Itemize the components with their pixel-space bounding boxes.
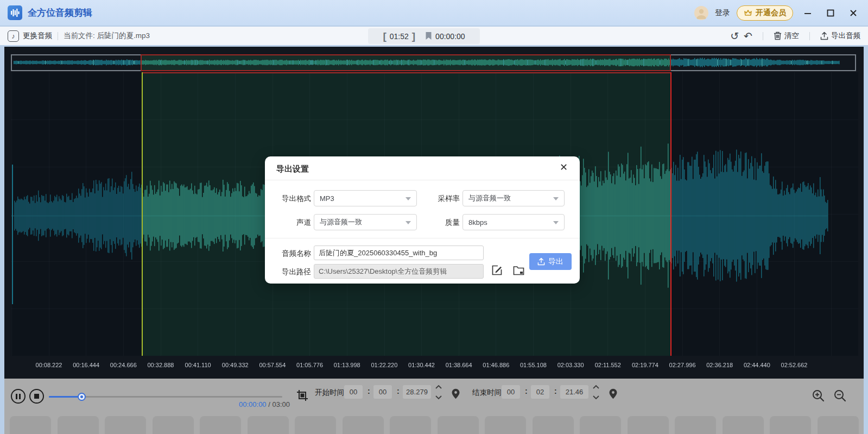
timeline-label: 02:19.774 [632,362,658,368]
quality-value: 8kbps [468,218,487,227]
start-time-label: 开始时间 [315,388,344,398]
timeline-label: 02:52.662 [781,362,808,368]
stop-button[interactable] [29,389,44,404]
format-dropdown[interactable]: MP3 [314,190,417,206]
title-bar: 全方位音频剪辑 登录 开通会员 [0,0,868,26]
quality-dropdown[interactable]: 8kbps [462,214,565,230]
preset-box[interactable] [153,416,194,434]
colon: : [397,387,400,395]
minimize-button[interactable] [800,5,816,21]
export-button-label: 导出 [548,257,563,267]
start-pin-icon[interactable] [451,388,460,399]
divider [809,32,810,40]
quality-label: 质量 [425,218,460,228]
divider [763,32,763,40]
seek-handle[interactable] [78,393,86,401]
timeline-label: 00:08.222 [36,362,62,368]
undo-icon[interactable]: ↺ [730,31,739,41]
seek-fill [49,396,81,398]
zoom-in-icon[interactable] [812,389,825,402]
change-audio-button[interactable]: ♪ 更换音频 [8,30,52,42]
timeline-label: 00:32.888 [147,362,174,368]
marker-time: 00:00:00 [435,32,465,41]
avatar[interactable] [694,6,708,20]
timeline-label: 00:57.554 [259,362,286,368]
export-path-input[interactable] [314,264,484,279]
channel-dropdown[interactable]: 与源音频一致 [314,214,417,230]
trash-icon [774,32,782,40]
clear-button[interactable]: 清空 [774,31,799,41]
preset-box[interactable] [248,416,289,434]
preset-box[interactable] [58,416,99,434]
preset-box[interactable] [485,416,526,434]
dialog-close-icon[interactable]: ✕ [560,162,568,172]
minimap-selection-box[interactable] [141,54,671,71]
preset-box[interactable] [628,416,669,434]
preset-box[interactable] [10,416,51,434]
zoom-out-icon[interactable] [834,389,846,402]
preset-box[interactable] [295,416,336,434]
audio-name-input[interactable] [314,246,484,260]
redo-icon[interactable]: ↶ [744,31,752,41]
login-button[interactable]: 登录 [715,8,730,18]
format-label: 导出格式 [268,194,311,204]
end-pin-icon[interactable] [609,388,618,399]
export-confirm-button[interactable]: 导出 [529,253,572,270]
bracket-right-icon: ] [412,31,415,41]
end-hour-field[interactable]: 00 [502,385,520,399]
open-folder-icon[interactable] [513,265,524,275]
preset-box[interactable] [770,416,811,434]
app-logo-icon [8,5,22,20]
preset-box[interactable] [818,416,859,434]
colon: : [525,387,528,395]
trim-icon[interactable] [296,389,308,401]
timeline-label: 01:30.442 [408,362,435,368]
chevron-down-icon [406,221,411,224]
preset-box[interactable] [723,416,764,434]
timeline-label: 01:55.108 [520,362,547,368]
timeline-label: 02:03.330 [557,362,584,368]
start-time-stepper[interactable] [434,385,443,400]
end-second-field[interactable]: 21.46 [560,385,588,399]
pause-button[interactable] [11,389,26,404]
app-title: 全方位音频剪辑 [28,7,92,19]
divider [265,238,580,238]
timeline-label: 02:27.996 [669,362,696,368]
vip-button[interactable]: 开通会员 [737,5,793,21]
preset-box[interactable] [343,416,384,434]
preset-box[interactable] [580,416,621,434]
close-button[interactable] [845,5,861,21]
upload-icon [537,257,545,266]
preset-box[interactable] [105,416,146,434]
preset-box[interactable] [533,416,574,434]
current-file-label: 当前文件: 后陡门的夏.mp3 [64,31,150,41]
samplerate-dropdown[interactable]: 与源音频一致 [462,190,565,206]
end-minute-field[interactable]: 02 [531,385,549,399]
preset-box[interactable] [200,416,241,434]
timeline-label: 00:49.332 [222,362,249,368]
selection-time-display: [ 01:52 ] 00:00:00 [368,28,480,44]
end-time-label: 结束时间 [472,388,502,398]
toolbar: ♪ 更换音频 当前文件: 后陡门的夏.mp3 [ 01:52 ] 00:00:0… [0,27,868,45]
samplerate-value: 与源音频一致 [468,193,511,203]
start-hour-field[interactable]: 00 [344,385,363,399]
preset-box[interactable] [390,416,431,434]
chevron-down-icon [406,197,411,200]
timeline-ruler: 00:08.22200:16.44400:24.66600:32.88800:4… [4,360,864,372]
clear-label: 清空 [784,31,799,41]
export-audio-button[interactable]: 导出音频 [820,31,860,41]
export-audio-label: 导出音频 [831,31,860,41]
change-audio-label: 更换音频 [23,31,52,41]
end-time-stepper[interactable] [592,385,600,400]
start-second-field[interactable]: 28.279 [403,385,431,399]
export-path-label: 导出路径 [268,267,311,277]
edit-path-icon[interactable] [491,265,503,276]
preset-box[interactable] [438,416,479,434]
bookmark-icon [425,32,432,40]
crown-icon [744,9,752,17]
timeline-label: 01:46.886 [483,362,509,368]
maximize-button[interactable] [822,5,839,21]
timeline-label: 00:24.666 [110,362,137,368]
start-minute-field[interactable]: 00 [373,385,392,399]
preset-box[interactable] [675,416,716,434]
